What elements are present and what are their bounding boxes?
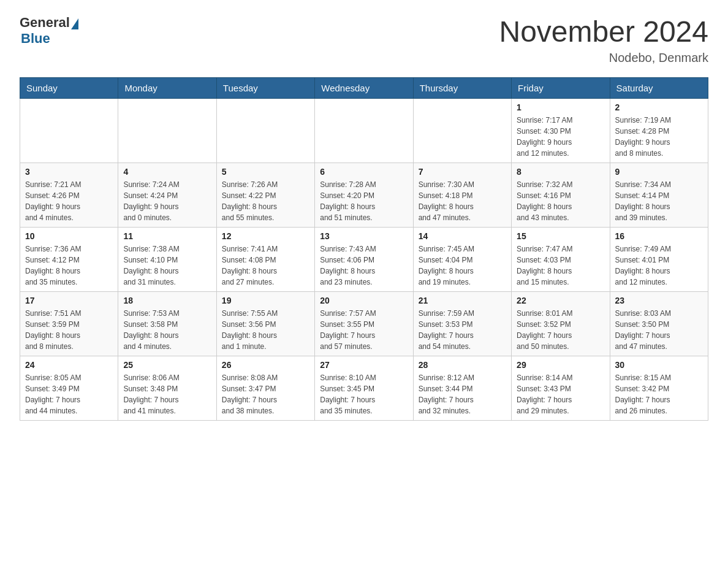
calendar-cell: 28Sunrise: 8:12 AM Sunset: 3:44 PM Dayli… xyxy=(413,356,511,421)
col-header-tuesday: Tuesday xyxy=(216,78,314,99)
day-info: Sunrise: 8:14 AM Sunset: 3:43 PM Dayligh… xyxy=(517,372,604,416)
day-info: Sunrise: 7:47 AM Sunset: 4:03 PM Dayligh… xyxy=(517,243,604,288)
day-number: 6 xyxy=(320,167,408,177)
calendar-cell: 4Sunrise: 7:24 AM Sunset: 4:24 PM Daylig… xyxy=(118,163,216,228)
day-info: Sunrise: 7:36 AM Sunset: 4:12 PM Dayligh… xyxy=(25,243,113,288)
day-info: Sunrise: 8:01 AM Sunset: 3:52 PM Dayligh… xyxy=(517,308,604,352)
calendar-week-row: 24Sunrise: 8:05 AM Sunset: 3:49 PM Dayli… xyxy=(20,356,708,421)
day-info: Sunrise: 7:43 AM Sunset: 4:06 PM Dayligh… xyxy=(320,243,408,288)
calendar-cell xyxy=(315,99,413,163)
col-header-friday: Friday xyxy=(512,78,610,99)
day-number: 28 xyxy=(419,360,506,370)
day-info: Sunrise: 7:19 AM Sunset: 4:28 PM Dayligh… xyxy=(615,115,703,159)
day-number: 19 xyxy=(222,296,309,305)
calendar-cell: 10Sunrise: 7:36 AM Sunset: 4:12 PM Dayli… xyxy=(20,228,118,292)
day-info: Sunrise: 8:12 AM Sunset: 3:44 PM Dayligh… xyxy=(419,372,506,416)
day-number: 30 xyxy=(615,360,703,370)
calendar-cell: 8Sunrise: 7:32 AM Sunset: 4:16 PM Daylig… xyxy=(512,163,610,228)
col-header-sunday: Sunday xyxy=(20,78,118,99)
day-number: 8 xyxy=(517,167,604,177)
day-number: 24 xyxy=(25,360,113,370)
day-info: Sunrise: 7:41 AM Sunset: 4:08 PM Dayligh… xyxy=(222,243,309,288)
day-number: 3 xyxy=(25,167,113,177)
calendar-table: SundayMondayTuesdayWednesdayThursdayFrid… xyxy=(20,77,708,421)
calendar-week-row: 1Sunrise: 7:17 AM Sunset: 4:30 PM Daylig… xyxy=(20,99,708,163)
calendar-cell: 25Sunrise: 8:06 AM Sunset: 3:48 PM Dayli… xyxy=(118,356,216,421)
calendar-cell: 22Sunrise: 8:01 AM Sunset: 3:52 PM Dayli… xyxy=(512,292,610,356)
calendar-cell: 23Sunrise: 8:03 AM Sunset: 3:50 PM Dayli… xyxy=(610,292,708,356)
calendar-cell: 6Sunrise: 7:28 AM Sunset: 4:20 PM Daylig… xyxy=(315,163,413,228)
calendar-cell: 13Sunrise: 7:43 AM Sunset: 4:06 PM Dayli… xyxy=(315,228,413,292)
day-number: 10 xyxy=(25,231,113,241)
day-number: 22 xyxy=(517,296,604,305)
day-info: Sunrise: 8:15 AM Sunset: 3:42 PM Dayligh… xyxy=(615,372,703,416)
day-number: 12 xyxy=(222,231,309,241)
calendar-cell: 30Sunrise: 8:15 AM Sunset: 3:42 PM Dayli… xyxy=(610,356,708,421)
day-info: Sunrise: 7:49 AM Sunset: 4:01 PM Dayligh… xyxy=(615,243,703,288)
day-info: Sunrise: 8:10 AM Sunset: 3:45 PM Dayligh… xyxy=(320,372,408,416)
day-number: 9 xyxy=(615,167,703,177)
day-info: Sunrise: 7:26 AM Sunset: 4:22 PM Dayligh… xyxy=(222,179,309,223)
day-number: 25 xyxy=(123,360,211,370)
day-number: 29 xyxy=(517,360,604,370)
calendar-header-row: SundayMondayTuesdayWednesdayThursdayFrid… xyxy=(20,78,708,99)
day-number: 17 xyxy=(25,296,113,305)
day-info: Sunrise: 8:05 AM Sunset: 3:49 PM Dayligh… xyxy=(25,372,113,416)
day-info: Sunrise: 7:32 AM Sunset: 4:16 PM Dayligh… xyxy=(517,179,604,223)
day-info: Sunrise: 7:45 AM Sunset: 4:04 PM Dayligh… xyxy=(419,243,506,288)
calendar-week-row: 10Sunrise: 7:36 AM Sunset: 4:12 PM Dayli… xyxy=(20,228,708,292)
calendar-cell: 17Sunrise: 7:51 AM Sunset: 3:59 PM Dayli… xyxy=(20,292,118,356)
logo-general-text: General xyxy=(20,15,70,31)
day-info: Sunrise: 8:03 AM Sunset: 3:50 PM Dayligh… xyxy=(615,308,703,352)
day-number: 7 xyxy=(419,167,506,177)
day-info: Sunrise: 7:30 AM Sunset: 4:18 PM Dayligh… xyxy=(419,179,506,223)
day-number: 13 xyxy=(320,231,408,241)
day-info: Sunrise: 7:34 AM Sunset: 4:14 PM Dayligh… xyxy=(615,179,703,223)
day-number: 5 xyxy=(222,167,309,177)
calendar-cell: 24Sunrise: 8:05 AM Sunset: 3:49 PM Dayli… xyxy=(20,356,118,421)
month-title: November 2024 xyxy=(499,15,708,48)
day-info: Sunrise: 8:08 AM Sunset: 3:47 PM Dayligh… xyxy=(222,372,309,416)
day-number: 18 xyxy=(123,296,211,305)
page-header: General Blue November 2024 Nodebo, Denma… xyxy=(20,15,708,65)
day-info: Sunrise: 7:38 AM Sunset: 4:10 PM Dayligh… xyxy=(123,243,211,288)
day-number: 20 xyxy=(320,296,408,305)
calendar-cell: 18Sunrise: 7:53 AM Sunset: 3:58 PM Dayli… xyxy=(118,292,216,356)
col-header-thursday: Thursday xyxy=(413,78,511,99)
calendar-cell: 14Sunrise: 7:45 AM Sunset: 4:04 PM Dayli… xyxy=(413,228,511,292)
day-info: Sunrise: 7:24 AM Sunset: 4:24 PM Dayligh… xyxy=(123,179,211,223)
day-number: 16 xyxy=(615,231,703,241)
calendar-cell xyxy=(413,99,511,163)
logo-arrow-icon xyxy=(71,18,78,29)
day-info: Sunrise: 7:21 AM Sunset: 4:26 PM Dayligh… xyxy=(25,179,113,223)
day-info: Sunrise: 7:57 AM Sunset: 3:55 PM Dayligh… xyxy=(320,308,408,352)
day-info: Sunrise: 7:28 AM Sunset: 4:20 PM Dayligh… xyxy=(320,179,408,223)
col-header-monday: Monday xyxy=(118,78,216,99)
col-header-wednesday: Wednesday xyxy=(315,78,413,99)
logo-blue-text: Blue xyxy=(21,31,50,46)
logo: General Blue xyxy=(20,15,80,47)
day-number: 14 xyxy=(419,231,506,241)
calendar-week-row: 17Sunrise: 7:51 AM Sunset: 3:59 PM Dayli… xyxy=(20,292,708,356)
day-number: 23 xyxy=(615,296,703,305)
day-number: 27 xyxy=(320,360,408,370)
title-block: November 2024 Nodebo, Denmark xyxy=(499,15,708,65)
calendar-cell: 7Sunrise: 7:30 AM Sunset: 4:18 PM Daylig… xyxy=(413,163,511,228)
calendar-cell: 9Sunrise: 7:34 AM Sunset: 4:14 PM Daylig… xyxy=(610,163,708,228)
day-info: Sunrise: 7:55 AM Sunset: 3:56 PM Dayligh… xyxy=(222,308,309,352)
logo-text: General xyxy=(20,15,80,31)
calendar-cell: 27Sunrise: 8:10 AM Sunset: 3:45 PM Dayli… xyxy=(315,356,413,421)
calendar-cell: 21Sunrise: 7:59 AM Sunset: 3:53 PM Dayli… xyxy=(413,292,511,356)
day-number: 2 xyxy=(615,102,703,112)
calendar-cell: 12Sunrise: 7:41 AM Sunset: 4:08 PM Dayli… xyxy=(216,228,314,292)
calendar-cell: 29Sunrise: 8:14 AM Sunset: 3:43 PM Dayli… xyxy=(512,356,610,421)
day-number: 15 xyxy=(517,231,604,241)
calendar-cell: 19Sunrise: 7:55 AM Sunset: 3:56 PM Dayli… xyxy=(216,292,314,356)
day-number: 21 xyxy=(419,296,506,305)
day-number: 1 xyxy=(517,102,604,112)
calendar-cell xyxy=(216,99,314,163)
calendar-cell: 20Sunrise: 7:57 AM Sunset: 3:55 PM Dayli… xyxy=(315,292,413,356)
calendar-cell: 2Sunrise: 7:19 AM Sunset: 4:28 PM Daylig… xyxy=(610,99,708,163)
day-info: Sunrise: 7:17 AM Sunset: 4:30 PM Dayligh… xyxy=(517,115,604,159)
calendar-cell: 26Sunrise: 8:08 AM Sunset: 3:47 PM Dayli… xyxy=(216,356,314,421)
